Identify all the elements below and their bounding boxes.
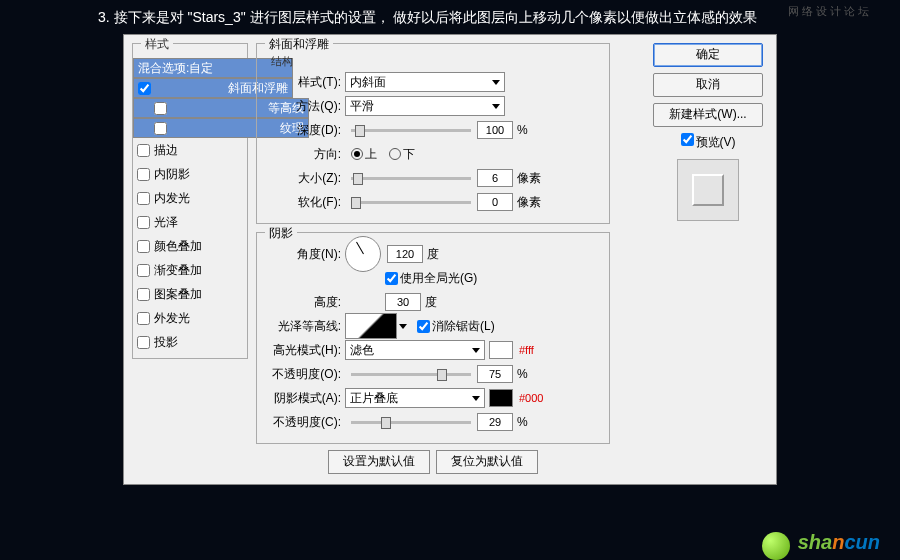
- decorative-sphere: [762, 532, 790, 560]
- style-label: 投影: [154, 332, 178, 352]
- chevron-down-icon[interactable]: [399, 324, 407, 329]
- preview-checkbox[interactable]: [681, 133, 694, 146]
- style-groupbox: 样式 混合选项:自定 斜面和浮雕 等高线 纹理 描边 内阴影 内发光 光泽 颜色…: [132, 43, 248, 359]
- style-check-bevel[interactable]: [138, 82, 151, 95]
- gloss-contour-label: 光泽等高线:: [265, 318, 345, 335]
- new-style-button[interactable]: 新建样式(W)...: [653, 103, 763, 127]
- layer-style-dialog: 样式 混合选项:自定 斜面和浮雕 等高线 纹理 描边 内阴影 内发光 光泽 颜色…: [123, 34, 777, 485]
- unit: 度: [427, 246, 439, 263]
- style-label: 光泽: [154, 212, 178, 232]
- chevron-down-icon: [492, 104, 500, 109]
- style-select[interactable]: 内斜面: [345, 72, 505, 92]
- style-label: 颜色叠加: [154, 236, 202, 256]
- set-default-button[interactable]: 设置为默认值: [328, 450, 430, 474]
- highlight-mode-select[interactable]: 滤色: [345, 340, 485, 360]
- cancel-button[interactable]: 取消: [653, 73, 763, 97]
- style-check[interactable]: [137, 288, 150, 301]
- watermark-logo: shancun: [798, 531, 880, 554]
- style-item-stroke[interactable]: 描边: [133, 138, 247, 162]
- action-panel: 确定 取消 新建样式(W)... 预览(V): [648, 43, 768, 229]
- size-label: 大小(Z):: [265, 170, 345, 187]
- direction-label: 方向:: [265, 146, 345, 163]
- shadow-hex: #000: [519, 392, 543, 404]
- antialias-label: 消除锯齿(L): [432, 318, 495, 335]
- angle-input[interactable]: 120: [387, 245, 423, 263]
- unit: %: [517, 367, 528, 381]
- shading-title: 阴影: [265, 225, 297, 242]
- shadow-color-swatch[interactable]: [489, 389, 513, 407]
- style-label: 外发光: [154, 308, 190, 328]
- highlight-mode-label: 高光模式(H):: [265, 342, 345, 359]
- style-check[interactable]: [137, 216, 150, 229]
- gloss-contour-picker[interactable]: [345, 313, 397, 339]
- unit: %: [517, 123, 528, 137]
- select-value: 正片叠底: [350, 390, 398, 407]
- highlight-opacity-input[interactable]: 75: [477, 365, 513, 383]
- shadow-opacity-slider[interactable]: [351, 421, 471, 424]
- style-check[interactable]: [137, 144, 150, 157]
- style-label: 图案叠加: [154, 284, 202, 304]
- altitude-input[interactable]: 30: [385, 293, 421, 311]
- style-label: 描边: [154, 140, 178, 160]
- unit: 像素: [517, 170, 541, 187]
- structure-heading: 结构: [265, 52, 601, 69]
- style-item-satin[interactable]: 光泽: [133, 210, 247, 234]
- highlight-color-swatch[interactable]: [489, 341, 513, 359]
- technique-label: 方法(Q):: [265, 98, 345, 115]
- style-item-pattern-overlay[interactable]: 图案叠加: [133, 282, 247, 306]
- style-check[interactable]: [137, 240, 150, 253]
- style-check[interactable]: [137, 312, 150, 325]
- select-value: 内斜面: [350, 74, 386, 91]
- shadow-opacity-input[interactable]: 29: [477, 413, 513, 431]
- radio-label: 下: [403, 146, 415, 163]
- soften-label: 软化(F):: [265, 194, 345, 211]
- bevel-fieldset: 斜面和浮雕 结构 样式(T): 内斜面 方法(Q): 平滑 深度(D): 100…: [256, 43, 610, 224]
- soften-slider[interactable]: [351, 201, 471, 204]
- style-item-gradient-overlay[interactable]: 渐变叠加: [133, 258, 247, 282]
- ok-button[interactable]: 确定: [653, 43, 763, 67]
- shadow-opacity-label: 不透明度(C):: [265, 414, 345, 431]
- reset-default-button[interactable]: 复位为默认值: [436, 450, 538, 474]
- preview-box: [677, 159, 739, 221]
- settings-panel: 斜面和浮雕 结构 样式(T): 内斜面 方法(Q): 平滑 深度(D): 100…: [256, 43, 610, 474]
- soften-input[interactable]: 0: [477, 193, 513, 211]
- default-buttons: 设置为默认值 复位为默认值: [256, 444, 610, 474]
- shadow-mode-label: 阴影模式(A):: [265, 390, 345, 407]
- style-check[interactable]: [137, 192, 150, 205]
- style-label: 内发光: [154, 188, 190, 208]
- style-item-drop-shadow[interactable]: 投影: [133, 330, 247, 354]
- style-check-texture[interactable]: [154, 122, 167, 135]
- select-value: 平滑: [350, 98, 374, 115]
- antialias-checkbox[interactable]: [417, 320, 430, 333]
- unit: 度: [425, 294, 437, 311]
- style-item-inner-glow[interactable]: 内发光: [133, 186, 247, 210]
- depth-label: 深度(D):: [265, 122, 345, 139]
- style-item-color-overlay[interactable]: 颜色叠加: [133, 234, 247, 258]
- size-slider[interactable]: [351, 177, 471, 180]
- style-item-inner-shadow[interactable]: 内阴影: [133, 162, 247, 186]
- depth-slider[interactable]: [351, 129, 471, 132]
- technique-select[interactable]: 平滑: [345, 96, 505, 116]
- depth-input[interactable]: 100: [477, 121, 513, 139]
- unit: %: [517, 415, 528, 429]
- chevron-down-icon: [472, 348, 480, 353]
- style-check-contour[interactable]: [154, 102, 167, 115]
- global-light-label: 使用全局光(G): [400, 270, 477, 287]
- direction-up-radio[interactable]: 上: [351, 146, 377, 163]
- direction-down-radio[interactable]: 下: [389, 146, 415, 163]
- highlight-opacity-slider[interactable]: [351, 373, 471, 376]
- global-light-checkbox[interactable]: [385, 272, 398, 285]
- style-check[interactable]: [137, 264, 150, 277]
- style-item-outer-glow[interactable]: 外发光: [133, 306, 247, 330]
- style-check[interactable]: [137, 168, 150, 181]
- shadow-mode-select[interactable]: 正片叠底: [345, 388, 485, 408]
- radio-label: 上: [365, 146, 377, 163]
- highlight-opacity-label: 不透明度(O):: [265, 366, 345, 383]
- instruction-text: 3. 接下来是对 "Stars_3" 进行图层样式的设置， 做好以后将此图层向上…: [0, 0, 900, 28]
- chevron-down-icon: [492, 80, 500, 85]
- style-label: 渐变叠加: [154, 260, 202, 280]
- style-check[interactable]: [137, 336, 150, 349]
- size-input[interactable]: 6: [477, 169, 513, 187]
- angle-label: 角度(N):: [265, 246, 345, 263]
- select-value: 滤色: [350, 342, 374, 359]
